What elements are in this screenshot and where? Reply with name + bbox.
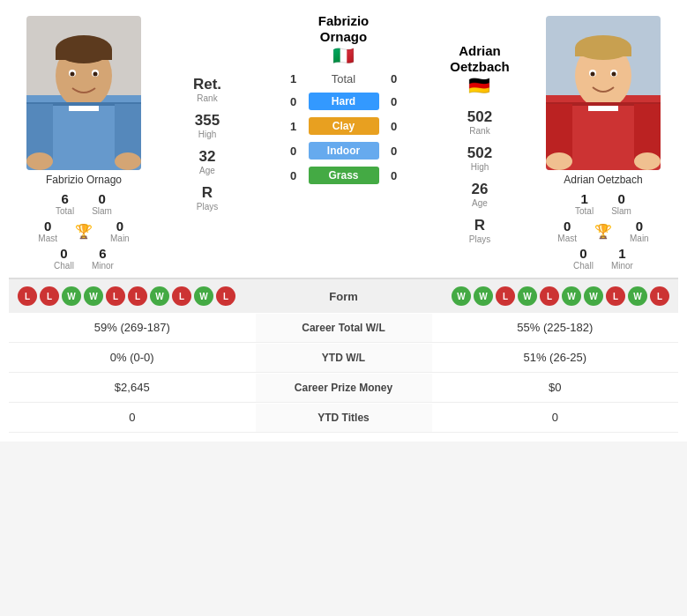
form-badge-left: L: [40, 286, 59, 306]
left-player-avatar: [26, 16, 141, 170]
form-badge-left: W: [194, 286, 213, 306]
right-plays-val: R: [474, 217, 485, 234]
career-stat-label: Career Total W/L: [256, 314, 432, 342]
h2h-hard-right: 0: [386, 95, 402, 108]
svg-point-13: [115, 152, 141, 170]
h2h-total-right: 0: [386, 72, 402, 85]
career-stat-right: 51% (26-25): [432, 343, 679, 372]
career-stat-right: 0: [432, 403, 679, 432]
career-stat-row: $2,645Career Prize Money$0: [9, 373, 678, 403]
players-comparison-row: Fabrizio Ornago 6 Total 0 Slam 0: [9, 9, 678, 278]
form-badge-right: W: [452, 286, 471, 306]
left-chall-label: Chall: [54, 261, 74, 271]
left-trophy-icon: 🏆: [75, 223, 93, 240]
career-stat-label: Career Prize Money: [256, 374, 432, 402]
left-chall-value: 0: [60, 246, 67, 261]
svg-rect-17: [575, 48, 631, 56]
form-badge-right: W: [628, 286, 647, 306]
right-player-block: Adrian Oetzbach 1 Total 0 Slam 0: [528, 9, 678, 278]
left-mast-label: Mast: [38, 234, 57, 243]
form-badge-left: L: [18, 286, 37, 306]
left-player-block: Fabrizio Ornago 6 Total 0 Slam 0: [9, 9, 159, 278]
h2h-grass-left: 0: [286, 169, 302, 182]
form-badge-left: L: [128, 286, 147, 306]
career-stat-left: $2,645: [9, 373, 256, 402]
form-badge-left: L: [106, 286, 125, 306]
right-high-val: 502: [467, 145, 492, 162]
form-badge-left: L: [216, 286, 235, 306]
career-stat-row: 59% (269-187)Career Total W/L55% (225-18…: [9, 313, 678, 343]
svg-point-7: [93, 72, 98, 77]
h2h-total-left: 1: [286, 72, 302, 85]
right-player-avatar: [546, 16, 661, 170]
left-player-header: Fabrizio Ornago 🇮🇹: [318, 13, 370, 66]
career-stat-row: 0% (0-0)YTD W/L51% (26-25): [9, 343, 678, 373]
h2h-hard-left: 0: [286, 95, 302, 108]
career-stat-row: 0YTD Titles0: [9, 403, 678, 433]
h2h-indoor-right: 0: [386, 145, 402, 158]
form-badge-right: L: [540, 286, 559, 306]
h2h-hard-badge: Hard: [309, 93, 379, 110]
right-trophy-icon: 🏆: [594, 223, 612, 240]
left-high-lbl: High: [198, 130, 217, 139]
h2h-center-block: Fabrizio Ornago 🇮🇹 1 Total 0 0 Hard 0: [256, 9, 431, 278]
career-stats-section: 59% (269-187)Career Total W/L55% (225-18…: [9, 313, 678, 433]
left-rank-lbl: Rank: [197, 93, 217, 103]
right-high-lbl: High: [471, 162, 489, 172]
left-main-label: Main: [110, 234, 130, 243]
form-badge-left: W: [84, 286, 103, 306]
form-label: Form: [309, 290, 379, 303]
left-total-value: 6: [61, 191, 68, 206]
left-name-header: Fabrizio Ornago: [318, 13, 370, 45]
form-section: LLWWLLWLWL Form WWLWLWWLWL: [9, 278, 678, 313]
svg-point-20: [591, 72, 595, 77]
form-badge-left: W: [150, 286, 169, 306]
h2h-hard-row: 0 Hard 0: [256, 93, 431, 110]
form-badge-left: W: [62, 286, 81, 306]
main-container: Fabrizio Ornago 6 Total 0 Slam 0: [0, 0, 687, 442]
right-chall-value: 0: [579, 246, 586, 261]
right-name-header: Adrian Oetzbach: [450, 43, 510, 75]
form-badge-right: L: [650, 286, 669, 306]
career-stat-left: 0: [9, 403, 256, 432]
career-stat-label: YTD W/L: [256, 344, 432, 372]
form-badge-left: L: [172, 286, 191, 306]
left-total-label: Total: [56, 206, 74, 216]
left-slam-label: Slam: [92, 206, 112, 216]
h2h-grass-badge: Grass: [309, 167, 379, 184]
right-player-header: Adrian Oetzbach 🇩🇪: [450, 43, 510, 96]
right-minor-label: Minor: [611, 261, 633, 271]
career-stat-left: 0% (0-0): [9, 343, 256, 372]
right-main-value: 0: [636, 219, 643, 234]
right-player-name: Adrian Oetzbach: [564, 174, 642, 186]
h2h-grass-right: 0: [386, 169, 402, 182]
left-plays-val: R: [202, 184, 213, 202]
svg-rect-3: [56, 49, 112, 60]
h2h-indoor-row: 0 Indoor 0: [256, 142, 431, 160]
right-plays-lbl: Plays: [469, 234, 490, 244]
right-chall-label: Chall: [573, 261, 594, 271]
left-age-lbl: Age: [199, 166, 215, 175]
svg-point-12: [26, 152, 53, 170]
left-age-val: 32: [199, 148, 216, 166]
left-player-name: Fabrizio Ornago: [46, 174, 122, 186]
form-badge-right: W: [584, 286, 603, 306]
left-stats-block: Ret. Rank 355 High 32 Age R Plays: [159, 9, 256, 278]
right-age-val: 26: [472, 181, 489, 198]
career-stat-right: $0: [432, 373, 679, 402]
h2h-indoor-badge: Indoor: [309, 142, 379, 160]
h2h-indoor-left: 0: [286, 145, 302, 158]
form-badge-right: W: [474, 286, 493, 306]
left-flag: 🇮🇹: [332, 45, 355, 66]
h2h-total-row: 1 Total 0: [286, 72, 402, 85]
left-slam-value: 0: [98, 191, 105, 206]
right-minor-value: 1: [618, 246, 625, 261]
right-stats-block: Adrian Oetzbach 🇩🇪 502 Rank 502 High 26 …: [431, 9, 528, 278]
left-rank-val: Ret.: [193, 76, 221, 93]
h2h-clay-left: 1: [286, 120, 302, 133]
right-rank-lbl: Rank: [469, 126, 489, 136]
career-stat-left: 59% (269-187): [9, 313, 256, 342]
h2h-grass-row: 0 Grass 0: [256, 167, 431, 184]
right-mast-label: Mast: [557, 234, 577, 243]
form-badge-right: L: [496, 286, 515, 306]
